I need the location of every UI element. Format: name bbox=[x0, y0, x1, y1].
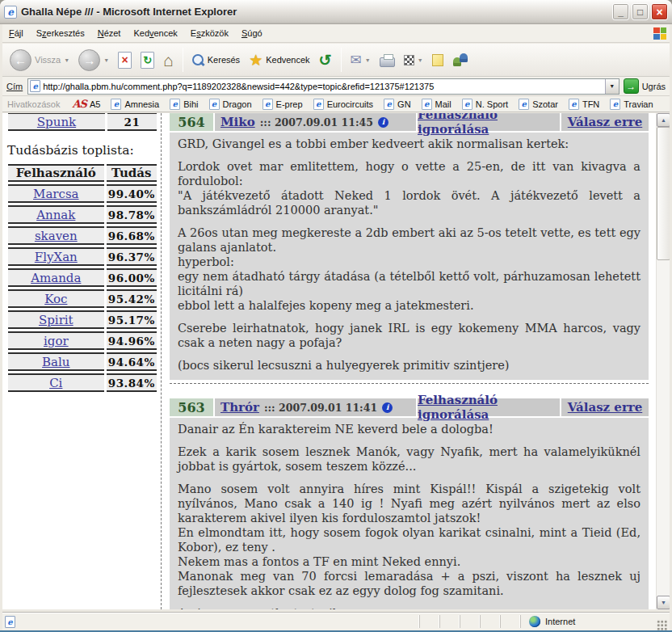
user-link[interactable]: Balu bbox=[42, 355, 69, 369]
user-link[interactable]: Ci bbox=[49, 376, 62, 390]
status-pane bbox=[419, 615, 439, 628]
window-title: Ghalla Népe /// - Microsoft Internet Exp… bbox=[21, 6, 610, 18]
user-value: 99.40% bbox=[107, 184, 157, 203]
post-paragraph: Cserebe leirhatnatok, hogy janek IRL is … bbox=[178, 321, 640, 350]
history-icon: ↺ bbox=[319, 51, 332, 70]
link-szotar[interactable]: eSzotar bbox=[519, 99, 558, 110]
back-button[interactable]: ← Vissza ▼ bbox=[7, 48, 72, 73]
mail-button[interactable]: ✉ ▼ bbox=[348, 50, 373, 70]
menu-view[interactable]: Nézet bbox=[91, 25, 128, 41]
stop-button[interactable]: × bbox=[116, 50, 134, 70]
scroll-down-button[interactable]: ▼ bbox=[657, 596, 670, 609]
user-link[interactable]: FlyXan bbox=[35, 250, 78, 264]
ie-favicon: e bbox=[422, 99, 432, 110]
post-header: 563 Thrór ::: 2007.09.01 11:41 i Felhasz… bbox=[170, 398, 649, 416]
standard-toolbar: ← Vissza ▼ → ▼ × ↻ ⌂ Keresés ★ Kedvencek… bbox=[2, 44, 670, 77]
menu-help[interactable]: Súgó bbox=[235, 25, 269, 41]
user-link[interactable]: Marcsa bbox=[33, 187, 79, 201]
edit-button[interactable]: ▼ bbox=[401, 53, 426, 67]
ie-favicon: e bbox=[610, 99, 620, 110]
table-row: Balu94.64% bbox=[8, 352, 157, 371]
link-a5[interactable]: ASA5 bbox=[72, 98, 100, 110]
link-bihi[interactable]: eBihi bbox=[170, 99, 198, 110]
refresh-button[interactable]: ↻ bbox=[138, 50, 157, 70]
forum-posts: 564 Miko ::: 2007.09.01 11:45 i Felhaszn… bbox=[170, 113, 649, 609]
reply-link[interactable]: Válasz erre bbox=[568, 400, 642, 415]
user-link[interactable]: igor bbox=[44, 334, 69, 348]
resize-grip[interactable] bbox=[656, 619, 667, 630]
print-button[interactable] bbox=[377, 51, 397, 69]
go-button[interactable]: → Ugrás bbox=[624, 78, 666, 94]
post-header: 564 Miko ::: 2007.09.01 11:45 i Felhaszn… bbox=[170, 113, 649, 131]
author-link[interactable]: Thrór bbox=[220, 400, 259, 415]
close-button[interactable]: × bbox=[651, 3, 668, 20]
edit-dropdown-icon[interactable]: ▼ bbox=[418, 57, 423, 63]
go-arrow-icon: → bbox=[624, 78, 639, 94]
messenger-button[interactable] bbox=[450, 51, 472, 69]
address-input[interactable] bbox=[40, 82, 604, 91]
scroll-up-button[interactable]: ▲ bbox=[657, 113, 670, 127]
address-field: e ▼ bbox=[27, 78, 619, 95]
post-paragraph: A 26os utan meg megkereste a 2db embert … bbox=[178, 225, 640, 313]
link-eprep[interactable]: eE-prep bbox=[262, 99, 303, 110]
post-paragraph: Ezek a karik sosem lesznek Manók, vagy N… bbox=[178, 445, 640, 474]
zone-label: Internet bbox=[545, 617, 575, 626]
ignore-user-link[interactable]: Felhasználó ignorálása bbox=[418, 113, 560, 137]
info-icon[interactable]: i bbox=[382, 402, 393, 413]
edit-page-icon bbox=[404, 55, 414, 65]
menu-tools[interactable]: Eszközök bbox=[184, 25, 235, 41]
user-value: 96.37% bbox=[107, 247, 157, 266]
toplist-title: Tudásbázis toplista: bbox=[7, 143, 159, 158]
mail-dropdown-icon[interactable]: ▼ bbox=[365, 57, 371, 63]
content-divider bbox=[161, 113, 162, 609]
user-value: 93.84% bbox=[107, 373, 157, 392]
post-number: 564 bbox=[170, 113, 213, 131]
maximize-button[interactable]: □ bbox=[632, 3, 649, 20]
ignore-user-cell: Felhasználó ignorálása bbox=[418, 398, 560, 416]
link-travian[interactable]: eTravian bbox=[610, 99, 653, 110]
menu-file[interactable]: Fájl bbox=[2, 25, 30, 41]
user-link[interactable]: Annak bbox=[36, 208, 75, 222]
back-dropdown-icon[interactable]: ▼ bbox=[64, 57, 69, 63]
ie-favicon: e bbox=[209, 99, 220, 110]
user-link[interactable]: Amanda bbox=[31, 271, 81, 285]
refresh-icon: ↻ bbox=[141, 52, 154, 69]
history-button[interactable]: ↺ bbox=[317, 49, 334, 71]
search-button[interactable]: Keresés bbox=[190, 53, 242, 68]
post-number: 563 bbox=[170, 398, 213, 416]
ignore-user-link[interactable]: Felhasználó ignorálása bbox=[418, 393, 560, 422]
links-bar: Hivatkozások ASA5 eAmnesia eBihi eDragon… bbox=[2, 96, 670, 112]
menu-favorites[interactable]: Kedvencek bbox=[127, 25, 183, 41]
ie-favicon: e bbox=[111, 99, 121, 110]
user-link[interactable]: Koc bbox=[44, 292, 67, 306]
link-tfn[interactable]: eTFN bbox=[569, 99, 599, 110]
link-nsport[interactable]: eN. Sport bbox=[462, 99, 508, 110]
link-mail[interactable]: eMail bbox=[422, 99, 452, 110]
link-eurocircuits[interactable]: eEurocircuits bbox=[313, 99, 373, 110]
column-header-user: Felhasználó bbox=[8, 164, 104, 182]
reply-link[interactable]: Válasz erre bbox=[568, 115, 642, 129]
user-link[interactable]: Spunk bbox=[37, 115, 76, 129]
menu-edit[interactable]: Szerkesztés bbox=[30, 25, 91, 41]
home-button[interactable]: ⌂ bbox=[161, 50, 176, 70]
link-amnesia[interactable]: eAmnesia bbox=[111, 99, 159, 110]
minimize-button[interactable]: _ bbox=[612, 3, 629, 20]
discuss-button[interactable] bbox=[430, 53, 446, 68]
user-link[interactable]: skaven bbox=[35, 229, 78, 243]
link-dragon[interactable]: eDragon bbox=[209, 99, 252, 110]
forward-button[interactable]: → ▼ bbox=[76, 48, 111, 73]
vertical-scrollbar[interactable]: ▲ ▼ bbox=[656, 113, 670, 609]
info-icon[interactable]: i bbox=[378, 117, 388, 128]
a5-logo-icon: AS bbox=[72, 98, 86, 110]
address-dropdown-button[interactable]: ▼ bbox=[605, 79, 619, 94]
user-value: 95.42% bbox=[107, 289, 157, 308]
user-value: 96.68% bbox=[107, 226, 157, 245]
link-gn[interactable]: eGN bbox=[384, 99, 411, 110]
author-link[interactable]: Miko bbox=[220, 115, 255, 129]
user-link[interactable]: Spirit bbox=[39, 313, 74, 327]
status-pane bbox=[480, 615, 500, 628]
forward-dropdown-icon[interactable]: ▼ bbox=[103, 57, 109, 63]
scrollbar-thumb[interactable] bbox=[657, 127, 670, 260]
table-header-row: Felhasználó Tudás bbox=[8, 164, 157, 182]
favorites-button[interactable]: ★ Kedvencek bbox=[246, 49, 312, 71]
